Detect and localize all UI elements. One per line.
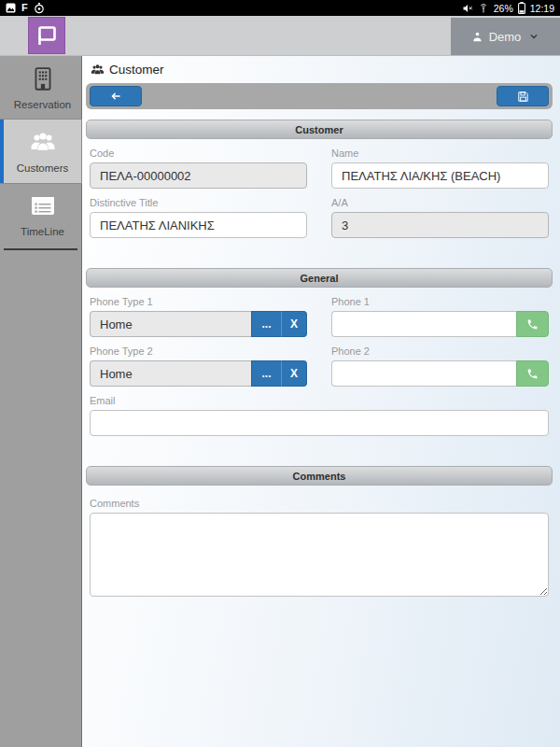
status-bar: F 26% 12:19 [0, 0, 560, 16]
sidebar-divider [4, 248, 77, 250]
comments-section-header: Comments [86, 466, 553, 486]
phone-1-field[interactable] [331, 311, 516, 337]
save-icon [516, 90, 530, 104]
general-section-header: General [86, 268, 553, 288]
building-icon [31, 66, 55, 92]
user-name: Demo [489, 30, 522, 44]
battery-icon [518, 2, 525, 14]
people-group-icon [28, 130, 58, 156]
phone-type-1-browse-button[interactable]: ... [251, 311, 282, 337]
phone-type-2-browse-button[interactable]: ... [251, 360, 282, 387]
phone-2-label: Phone 2 [331, 345, 549, 357]
sidebar-item-reservation[interactable]: Reservation [0, 56, 81, 120]
sidebar-item-label: Reservation [14, 99, 71, 110]
user-icon [471, 31, 483, 43]
email-label: Email [90, 395, 549, 406]
phone-type-1-clear-button[interactable]: X [282, 311, 307, 337]
phone-2-call-button[interactable] [516, 360, 549, 387]
aa-label: Α/Α [331, 197, 549, 208]
arrow-left-icon [108, 90, 123, 103]
app-notification-f-icon: F [21, 3, 28, 13]
app-header: Demo [0, 16, 560, 56]
phone-type-1-field[interactable] [90, 311, 251, 337]
comments-label: Comments [90, 498, 549, 509]
sidebar: Reservation Customers [0, 56, 82, 747]
people-group-icon [90, 63, 105, 77]
general-section: General Phone Type 1 ... X Phone 1 [86, 268, 553, 436]
distinctive-title-field[interactable] [90, 212, 307, 238]
save-button[interactable] [497, 86, 549, 106]
phone-type-2-field[interactable] [90, 360, 251, 387]
code-field[interactable] [90, 162, 307, 189]
sidebar-item-label: TimeLine [21, 226, 64, 237]
mute-icon [462, 3, 473, 14]
aa-field[interactable] [331, 212, 549, 238]
list-icon [29, 193, 57, 219]
screenshot-notification-icon [6, 3, 16, 13]
toolbar [86, 83, 553, 109]
distinctive-title-label: Distinctive Title [90, 197, 307, 208]
phone-type-2-label: Phone Type 2 [90, 345, 307, 357]
app-logo[interactable] [28, 17, 65, 54]
name-field[interactable] [331, 162, 549, 189]
user-menu[interactable]: Demo [451, 18, 560, 55]
main-content: Customer Customer Co [82, 56, 560, 747]
timer-notification-icon [34, 3, 45, 14]
phone-icon [526, 318, 539, 331]
phone-type-1-label: Phone Type 1 [90, 296, 307, 307]
comments-field[interactable] [90, 513, 549, 597]
phone-icon [526, 368, 539, 380]
sidebar-item-label: Customers [17, 162, 69, 174]
email-field[interactable] [90, 410, 549, 436]
page-title: Customer [109, 63, 164, 77]
code-label: Code [90, 148, 307, 159]
phone-2-field[interactable] [331, 360, 516, 387]
phone-1-call-button[interactable] [516, 311, 549, 337]
phone-type-2-clear-button[interactable]: X [282, 360, 307, 387]
sidebar-item-customers[interactable]: Customers [0, 120, 81, 183]
back-button[interactable] [90, 86, 142, 106]
chevron-down-icon [528, 31, 539, 42]
phone-1-label: Phone 1 [331, 296, 549, 307]
signal-icon [478, 3, 489, 14]
comments-section: Comments Comments [86, 466, 553, 597]
page-title-row: Customer [90, 63, 553, 77]
speech-bubble-icon [35, 23, 59, 48]
customer-section: Customer Code Name Distinctive Title [86, 120, 553, 238]
customer-section-header: Customer [86, 120, 553, 139]
battery-percent: 26% [494, 3, 513, 14]
sidebar-item-timeline[interactable]: TimeLine [0, 183, 81, 247]
clock: 12:19 [530, 3, 554, 14]
name-label: Name [331, 148, 549, 159]
